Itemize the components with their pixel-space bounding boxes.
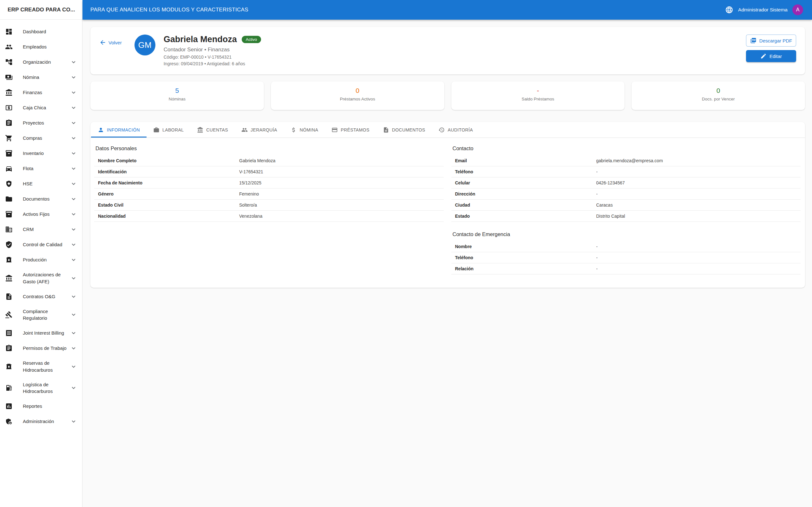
sidebar-item-label: Producción: [23, 257, 70, 263]
info-row-label: Nombre: [455, 244, 596, 249]
sidebar-item[interactable]: Permisos de Trabajo: [0, 341, 82, 356]
sidebar-item[interactable]: Reservas de Hidrocarburos: [0, 356, 82, 377]
chevron-down-icon: [70, 165, 77, 172]
tab[interactable]: LABORAL: [147, 122, 190, 137]
sidebar-item[interactable]: Flota: [0, 161, 82, 176]
info-row-value: 0426-1234567: [596, 180, 798, 185]
folder-icon: [5, 195, 13, 203]
admin-icon: [5, 418, 13, 425]
sidebar-item[interactable]: Dashboard: [0, 24, 82, 39]
car-icon: [5, 165, 13, 172]
employee-name: Gabriela Mendoza: [164, 35, 237, 44]
stat-card: 5 Nóminas: [90, 81, 264, 110]
sidebar-item[interactable]: Control de Calidad: [0, 237, 82, 252]
sidebar-item-label: Proyectos: [23, 119, 70, 126]
info-row: Relación -: [451, 263, 801, 274]
sidebar-item[interactable]: Administración: [0, 414, 82, 429]
bank-icon: [197, 127, 203, 133]
download-pdf-button[interactable]: Descargar PDF: [746, 35, 796, 47]
chevron-down-icon: [70, 119, 77, 126]
sidebar-item[interactable]: Empleados: [0, 39, 82, 55]
chevron-down-icon: [70, 418, 77, 425]
chevron-down-icon: [70, 59, 77, 66]
employee-code: Código: EMP-00010 • V-17654321: [164, 55, 261, 60]
inventory-icon: [5, 210, 13, 218]
back-label: Volver: [108, 40, 122, 45]
info-row: Nombre -: [451, 241, 801, 252]
sidebar-item[interactable]: Nómina: [0, 70, 82, 85]
sidebar-title-text: ERP CREADO PARA CO...: [8, 7, 75, 13]
profile-actions: Descargar PDF Editar: [746, 35, 796, 62]
pdf-icon: [750, 38, 757, 44]
info-row-label: Ciudad: [455, 203, 596, 208]
sidebar-item[interactable]: Documentos: [0, 191, 82, 207]
user-avatar[interactable]: A: [792, 4, 803, 15]
bar-chart-icon: [5, 402, 13, 410]
inventory-icon: [5, 150, 13, 157]
verified-shield-icon: [5, 241, 13, 248]
stat-label: Nóminas: [94, 97, 261, 101]
tab[interactable]: JERARQUÍA: [235, 122, 284, 137]
tab-label: LABORAL: [162, 127, 184, 132]
chevron-down-icon: [70, 311, 77, 318]
tab[interactable]: DOCUMENTOS: [376, 122, 432, 137]
profile-avatar: GM: [135, 35, 155, 55]
sidebar-item-label: Autorizaciones de Gasto (AFE): [23, 271, 70, 285]
tab[interactable]: AUDITORÍA: [432, 122, 479, 137]
tab-label: JERARQUÍA: [251, 127, 277, 132]
edit-button[interactable]: Editar: [746, 50, 796, 62]
tab-bar: INFORMACIÓN LABORAL CUENTAS JERARQUÍA: [90, 122, 805, 138]
sidebar-item[interactable]: Logística de Hidrocarburos: [0, 377, 82, 399]
chevron-down-icon: [70, 275, 77, 282]
sidebar-item[interactable]: Proyectos: [0, 115, 82, 130]
sidebar-item[interactable]: Finanzas: [0, 85, 82, 100]
section-datos-personales: Datos Personales Nombre Completo Gabriel…: [94, 146, 444, 222]
info-row: Email gabriela.mendoza@empresa.com: [451, 155, 801, 166]
top-bar: ERP CREADO PARA CO... PARA QUE ANALICEN …: [0, 0, 812, 20]
info-row: Género Femenino: [94, 188, 444, 200]
sidebar-item[interactable]: Inventario: [0, 146, 82, 161]
sidebar-item[interactable]: Caja Chica: [0, 100, 82, 115]
chevron-down-icon: [70, 89, 77, 96]
tab[interactable]: NÓMINA: [284, 122, 325, 137]
stat-value: 0: [635, 87, 802, 95]
chevron-down-icon: [70, 384, 77, 391]
info-row: Dirección -: [451, 188, 801, 200]
back-button[interactable]: Volver: [99, 39, 122, 46]
stat-label: Saldo Préstamos: [455, 97, 622, 101]
dashboard-icon: [5, 28, 13, 36]
info-row-value: Caracas: [596, 203, 798, 208]
stat-value: -: [455, 87, 622, 95]
tab-label: INFORMACIÓN: [107, 127, 140, 132]
info-row-label: Género: [98, 191, 239, 196]
sidebar-item[interactable]: CRM: [0, 222, 82, 237]
sidebar-item[interactable]: Organización: [0, 55, 82, 70]
cart-icon: [5, 134, 13, 142]
clipboard-icon: [5, 344, 13, 352]
sidebar-item[interactable]: Compras: [0, 130, 82, 146]
tab-label: PRÉSTAMOS: [341, 127, 369, 132]
sidebar-item[interactable]: Activos Fijos: [0, 207, 82, 222]
stat-card: - Saldo Préstamos: [451, 81, 625, 110]
tab[interactable]: CUENTAS: [190, 122, 235, 137]
sidebar-item[interactable]: HSE: [0, 176, 82, 191]
sidebar-item[interactable]: Compliance Regulatorio: [0, 304, 82, 326]
sidebar-item[interactable]: Joint Interest Billing: [0, 326, 82, 341]
info-grid: Datos Personales Nombre Completo Gabriel…: [90, 138, 805, 274]
info-row: Estado Civil Soltero/a: [94, 200, 444, 211]
info-row: Identificación V-17654321: [94, 166, 444, 177]
history-icon: [438, 127, 445, 133]
sidebar-item[interactable]: Producción: [0, 252, 82, 268]
chevron-down-icon: [70, 211, 77, 218]
sidebar-item-label: Control de Calidad: [23, 241, 70, 248]
globe-icon[interactable]: [725, 6, 733, 14]
sidebar-item[interactable]: Reportes: [0, 399, 82, 414]
sidebar-item[interactable]: Contratos O&G: [0, 289, 82, 304]
tab[interactable]: PRÉSTAMOS: [325, 122, 376, 137]
tab[interactable]: INFORMACIÓN: [91, 122, 147, 137]
sidebar-item-label: Administración: [23, 418, 70, 425]
sidebar-item[interactable]: Autorizaciones de Gasto (AFE): [0, 268, 82, 289]
gavel-icon: [5, 311, 13, 319]
chevron-down-icon: [70, 226, 77, 233]
health-shield-icon: [5, 180, 13, 187]
